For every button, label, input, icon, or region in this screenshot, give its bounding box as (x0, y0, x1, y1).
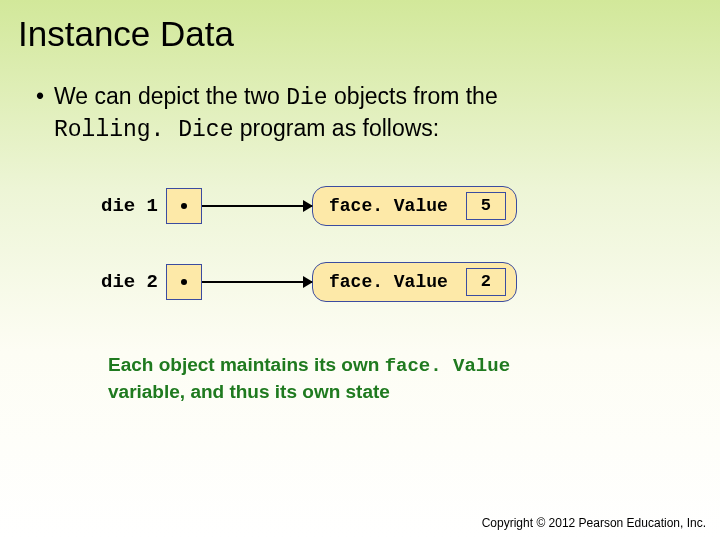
object-box: face. Value 2 (312, 262, 517, 302)
copyright-notice: Copyright © 2012 Pearson Education, Inc. (482, 516, 706, 530)
variable-label: die 2 (100, 271, 158, 293)
bullet-part-b: objects from the (328, 83, 498, 109)
value-box: 2 (466, 268, 506, 296)
code-facevalue: face. Value (385, 355, 510, 377)
code-die: Die (286, 85, 327, 111)
object-row: die 2 face. Value 2 (100, 262, 720, 302)
variable-label: die 1 (100, 195, 158, 217)
reference-box (166, 264, 202, 300)
slide-title: Instance Data (0, 0, 720, 54)
bullet-part-a: We can depict the two (54, 83, 286, 109)
object-row: die 1 face. Value 5 (100, 186, 720, 226)
bullet-marker: • (36, 82, 54, 112)
field-label: face. Value (329, 196, 448, 216)
value-box: 5 (466, 192, 506, 220)
caption-part-a: Each object maintains its own (108, 354, 385, 375)
caption-text: Each object maintains its own face. Valu… (0, 338, 720, 405)
object-box: face. Value 5 (312, 186, 517, 226)
field-label: face. Value (329, 272, 448, 292)
bullet-text: •We can depict the two Die objects from … (0, 54, 720, 146)
reference-box (166, 188, 202, 224)
arrow-icon (202, 281, 312, 283)
diagram-area: die 1 face. Value 5 die 2 face. Value 2 (0, 186, 720, 302)
bullet-part-c: program as follows: (233, 115, 439, 141)
caption-part-b: variable, and thus its own state (108, 381, 390, 402)
arrow-icon (202, 205, 312, 207)
code-rollingdice: Rolling. Dice (54, 117, 233, 143)
